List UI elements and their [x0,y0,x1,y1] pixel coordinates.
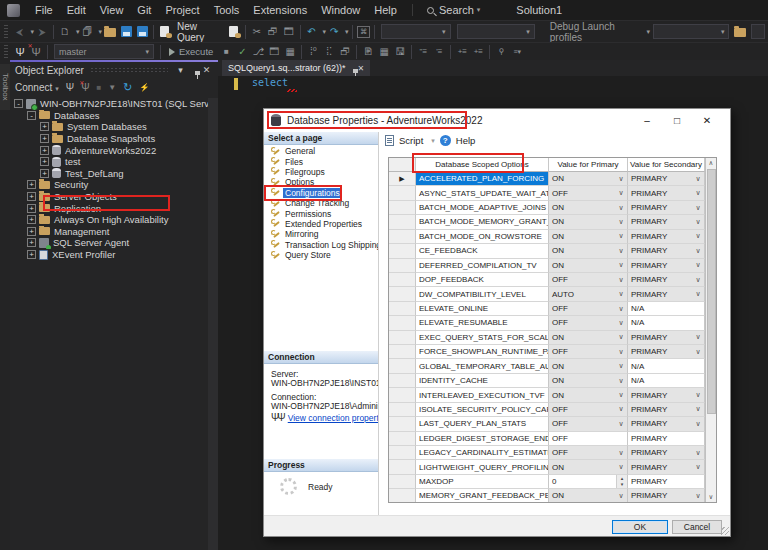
secondary-value-dropdown[interactable]: PRIMARY∨ [628,403,704,416]
table-row[interactable]: GLOBAL_TEMPORARY_TABLE_AUT...ON∨N/A [389,359,705,373]
outdent-icon[interactable]: +≡ [472,45,485,59]
table-row[interactable]: LEDGER_DIGEST_STORAGE_ENDP...OFFPRIMARY [389,432,705,446]
chevron-down-icon[interactable]: ∨ [615,175,627,183]
menu-help[interactable]: Help [367,0,404,20]
primary-value-dropdown[interactable]: OFF∨ [549,186,627,199]
tree-toggle-icon[interactable]: + [40,122,49,131]
tree-toggle-icon[interactable]: + [27,204,36,213]
menu-file[interactable]: File [28,0,60,20]
table-row[interactable]: FORCE_SHOWPLAN_RUNTIME_PAR...OFF∨PRIMARY… [389,345,705,359]
tree-item-win-obh7n2pje18-inst01-sql-ser[interactable]: -WIN-OBH7N2PJE18\INST01 (SQL Server 16.0… [10,98,208,110]
debug-profiles-label[interactable]: Debug Launch profiles [550,21,640,43]
option-name-cell[interactable]: BATCH_MODE_MEMORY_GRANT_F... [416,215,549,229]
primary-value-dropdown[interactable]: ON∨ [549,244,627,257]
results-grid2-icon[interactable]: ▦ [378,45,391,59]
option-name-cell[interactable]: DOP_FEEDBACK [416,273,549,287]
chevron-down-icon[interactable]: ∨ [615,463,627,471]
chevron-down-icon[interactable]: ∨ [615,232,627,240]
table-row[interactable]: ELEVATE_RESUMABLEOFF∨N/A [389,316,705,330]
spin-down-icon[interactable]: ▾ [621,482,624,488]
chevron-down-icon[interactable]: ∨ [692,175,704,183]
primary-value-cell[interactable]: ON∨ [549,374,628,388]
secondary-value-cell[interactable]: N/A [628,374,705,388]
secondary-value-dropdown[interactable]: PRIMARY∨ [628,259,704,272]
primary-value-dropdown[interactable]: OFF∨ [549,345,627,358]
primary-value-cell[interactable]: ON∨ [549,259,628,273]
toolbar-overflow-icon[interactable]: ≡▾ [511,45,524,59]
primary-value-cell[interactable]: OFF∨ [549,273,628,287]
tree-toggle-icon[interactable]: + [40,169,49,178]
tree-toggle-icon[interactable]: + [40,157,49,166]
chevron-down-icon[interactable]: ∨ [692,449,704,457]
chevron-down-icon[interactable]: ∨ [692,261,704,269]
redo-icon[interactable]: ↷ [328,25,341,39]
undo-icon[interactable]: ↶ [305,25,318,39]
page-item-extended-properties[interactable]: Extended Properties [264,219,378,229]
secondary-value-cell[interactable]: PRIMARY∨ [628,446,705,460]
option-name-cell[interactable]: IDENTITY_CACHE [416,374,549,388]
secondary-value-cell[interactable]: PRIMARY∨ [628,403,705,417]
uncomment-icon[interactable]: '≡ [433,45,446,59]
chevron-down-icon[interactable]: ∨ [615,261,627,269]
paste-icon[interactable]: 🗔 [282,25,295,39]
grid-scrollbar[interactable]: ∧ ∨ [705,158,716,502]
secondary-value-dropdown[interactable]: PRIMARY∨ [628,273,704,286]
primary-value-dropdown[interactable]: ON∨ [549,388,627,401]
page-item-options[interactable]: Options [264,177,378,187]
table-row[interactable]: ELEVATE_ONLINEOFF∨N/A [389,302,705,316]
window-position-icon[interactable]: ▾ [174,65,187,75]
column-header-option[interactable]: Database Scoped Options [416,158,549,172]
option-name-cell[interactable]: LAST_QUERY_PLAN_STATS [416,417,549,431]
primary-value-dropdown[interactable]: OFF∨ [549,403,627,416]
column-header-primary[interactable]: Value for Primary [549,158,628,172]
primary-value-dropdown[interactable]: ON∨ [549,172,627,185]
page-item-permissions[interactable]: Permissions [264,208,378,218]
option-name-cell[interactable]: EXEC_QUERY_STATS_FOR_SCALA... [416,331,549,345]
tree-item-management[interactable]: +Management [10,226,208,238]
right-edge-combo[interactable] [751,24,765,39]
primary-value-cell[interactable]: ON∨ [549,215,628,229]
option-name-cell[interactable]: DEFERRED_COMPILATION_TV [416,259,549,273]
primary-value-dropdown[interactable]: OFF∨ [549,273,627,286]
chevron-down-icon[interactable]: ∨ [615,333,627,341]
page-item-filegroups[interactable]: Filegroups [264,167,378,177]
chevron-down-icon[interactable]: ∨ [692,218,704,226]
tree-item-replication[interactable]: +Replication [10,202,208,214]
chevron-down-icon[interactable]: ∨ [615,218,627,226]
secondary-value-cell[interactable]: PRIMARY∨ [628,417,705,431]
close-icon[interactable]: ✕ [200,65,213,75]
stop-icon[interactable]: ■ [96,83,101,92]
secondary-value-cell[interactable]: N/A [628,316,705,330]
profiles-combo[interactable]: ▾ [653,24,729,39]
primary-value-dropdown[interactable]: ON∨ [549,359,627,372]
tree-item-adventureworks2022[interactable]: +AdventureWorks2022 [10,144,208,156]
intellisense-icon[interactable]: ⌘ [357,26,370,38]
menu-extensions[interactable]: Extensions [246,0,314,20]
chevron-down-icon[interactable]: ∨ [692,492,704,500]
secondary-value-cell[interactable]: N/A [628,359,705,373]
add-item-icon[interactable]: 🗍 [81,25,94,39]
stop-icon[interactable]: ■ [220,45,233,59]
tree-toggle-icon[interactable]: + [27,238,36,247]
cut-icon[interactable]: ✂ [250,25,263,39]
filter-icon[interactable]: ▼ [108,83,116,92]
tree-item-security[interactable]: +Security [10,179,208,191]
secondary-value-cell[interactable]: PRIMARY∨ [628,388,705,402]
table-row[interactable]: BATCH_MODE_ON_ROWSTOREON∨PRIMARY∨ [389,230,705,244]
option-name-cell[interactable]: ISOLATE_SECURITY_POLICY_CARDI... [416,403,549,417]
secondary-value-dropdown[interactable]: PRIMARY∨ [628,230,704,243]
save-all-icon[interactable] [136,25,149,39]
primary-value-dropdown[interactable]: ON∨ [549,201,627,214]
secondary-value-dropdown[interactable]: PRIMARY∨ [628,388,704,401]
secondary-value-dropdown[interactable]: PRIMARY∨ [628,201,704,214]
page-item-transaction-log-shipping[interactable]: Transaction Log Shipping [264,240,378,250]
table-row[interactable]: DOP_FEEDBACKOFF∨PRIMARY∨ [389,273,705,287]
parse-icon[interactable]: ✓ [236,45,249,59]
menu-view[interactable]: View [93,0,131,20]
primary-value-cell[interactable]: OFF∨ [549,186,628,200]
sqlcmd-icon[interactable]: ⁞⁚ [323,45,336,59]
chevron-down-icon[interactable]: ∨ [692,276,704,284]
table-row[interactable]: ISOLATE_SECURITY_POLICY_CARDI...OFF∨PRIM… [389,403,705,417]
toolbar-grip[interactable] [4,25,8,38]
secondary-value-dropdown[interactable]: PRIMARY∨ [628,417,704,430]
